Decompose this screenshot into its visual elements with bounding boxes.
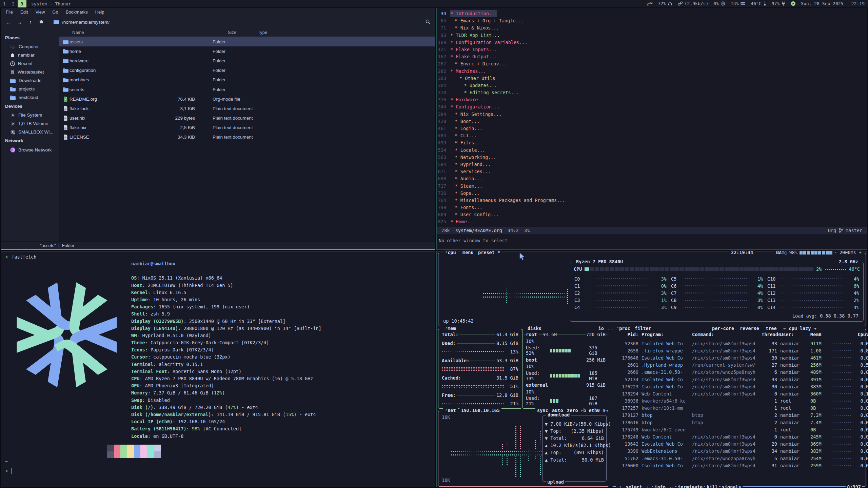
file-row-machines[interactable]: machinesFolder [59, 75, 435, 85]
sidebar-item-wastebasket[interactable]: Wastebasket [1, 68, 59, 76]
org-heading-line[interactable]: 303* Other Utils [437, 75, 867, 82]
org-heading-line[interactable]: 162* Flake Output... [437, 53, 867, 60]
sidebar-item-recent[interactable]: Recent [1, 59, 59, 68]
file-row-license[interactable]: LICENSE34,3 KiBPlain text document [59, 133, 435, 142]
org-heading-line[interactable]: 484* CLI... [437, 132, 867, 139]
proc-row-176646[interactable]: 176646Isolated Web Co/nix/store/sm8fmrf3… [614, 354, 864, 361]
org-heading-line[interactable]: 563* Networking... [437, 154, 867, 161]
menu-view[interactable]: View [35, 9, 45, 15]
workspace-3[interactable]: 3 [18, 0, 26, 7]
org-heading-line[interactable]: 310* Editing secrets... [437, 89, 867, 96]
org-heading-line[interactable]: 534* Locale... [437, 147, 867, 154]
workspace-1[interactable]: 1 [0, 0, 9, 7]
org-heading-line[interactable]: 764* Miscellaneous Packages and Programs… [437, 197, 867, 204]
prompt-line-2[interactable]: › [5, 468, 15, 474]
filter-tab[interactable]: filter [633, 326, 653, 331]
menu-tab[interactable]: menu [461, 250, 475, 255]
file-row-assets[interactable]: assetsFolder [59, 37, 435, 46]
org-heading-line[interactable]: 698* Audio... [437, 175, 867, 182]
menu-file[interactable]: File [6, 9, 13, 15]
back-button[interactable]: ← [5, 19, 13, 25]
org-heading-line[interactable]: 282* Machines... [437, 68, 867, 75]
proc-tab[interactable]: ⁴proc [615, 326, 632, 331]
menu-help[interactable]: Help [95, 9, 104, 15]
update-interval[interactable]: - 2000ms + [833, 250, 863, 255]
column-type[interactable]: Type [240, 30, 435, 35]
preset-tab[interactable]: preset * [476, 250, 502, 255]
file-row-user-nix[interactable]: user.nix229 bytesPlain text document [59, 114, 435, 123]
proc-row-175749[interactable]: 175749kworker/6:2-even1root0B0.0 [614, 426, 864, 433]
proc-row-52134[interactable]: 52134Isolated Web Co/nix/store/sm8fmrf3w… [614, 376, 864, 383]
sidebar-item-computer[interactable]: Computer [1, 42, 59, 51]
sidebar-item-nambiar[interactable]: nambiar [1, 51, 59, 59]
io-tab[interactable]: io [597, 326, 606, 331]
proc-row-178294[interactable]: 178294Web Content/nix/store/sm8fmrf3wps4… [614, 390, 864, 397]
file-row-readme-org[interactable]: README.org76,4 KiBOrg-mode file [59, 94, 435, 104]
org-heading-line[interactable]: 65* Emacs + Org + Tangle... [437, 17, 867, 24]
sidebar-item-projects[interactable]: projects [1, 85, 59, 93]
menu-edit[interactable]: Edit [20, 9, 28, 15]
sidebar-item-1-0-tb-volume[interactable]: 1,0 TB Volume [1, 119, 59, 128]
proc-row-2660[interactable]: 2660.emacs-31.0.50-/nix/store/wnqz5pa8ra… [614, 369, 864, 376]
org-heading-line[interactable]: 809* User Config... [437, 211, 867, 218]
org-heading-line[interactable]: 825* Home... [437, 218, 867, 225]
column-name[interactable]: Name [59, 30, 196, 35]
path-field[interactable]: /home/nambiar/system/ [48, 19, 422, 25]
mem-tab[interactable]: ²mem [443, 326, 458, 331]
disks-tab[interactable]: disks [526, 326, 543, 331]
org-heading-line[interactable]: 304* Updates... [437, 82, 867, 89]
proc-row-177257[interactable]: 177257kworker/10:1-mm_1root0B0.0 [614, 405, 864, 412]
proc-row-51762[interactable]: 51762.emacs-31.0.50-/nix/store/wnqz5pa8r… [614, 455, 864, 462]
reverse-tab[interactable]: reverse [738, 326, 761, 331]
org-heading-line[interactable]: 34* Introduction... [437, 10, 867, 17]
org-heading-line[interactable]: 461* Login... [437, 125, 867, 132]
tree-tab[interactable]: tree [764, 326, 778, 331]
sort-mode-tab[interactable]: ← cpu lazy → [782, 326, 818, 331]
cpu-tab[interactable]: ¹cpu [443, 250, 458, 255]
org-heading-line[interactable]: 584* Hyprland... [437, 161, 867, 168]
proc-row-52368[interactable]: 52368Isolated Web Co/nix/store/sm8fmrf3w… [614, 340, 864, 347]
file-row-configuration[interactable]: configurationFolder [59, 66, 435, 75]
home-button[interactable] [38, 19, 45, 25]
terminal-window[interactable]: › fastfetch λλλλλλ nambiar@smallbox-----… [1, 251, 435, 487]
org-heading-line[interactable]: 428* Boot... [437, 118, 867, 125]
net-iface-tab[interactable]: ←b eth0 n→ [579, 408, 610, 413]
file-row-flake-nix[interactable]: flake.nix2,5 KiBPlain text document [59, 123, 435, 133]
org-heading-line[interactable]: 384* Nix Settings... [437, 111, 867, 118]
proc-row-3390[interactable]: 3390WebExtensions/nix/store/sm8fmrf3wps4… [614, 448, 864, 455]
sidebar-item-smallbox-wi-[interactable]: SMALLBOX Wi... [1, 128, 59, 136]
org-heading-line[interactable]: 499* Files... [437, 139, 867, 146]
menu-bookmarks[interactable]: Bookmarks [66, 9, 88, 15]
proc-row-13642[interactable]: 13642Isolated Web Co/nix/store/sm8fmrf3w… [614, 441, 864, 448]
sort-arrow[interactable]: ↑ [860, 331, 863, 337]
org-heading-line[interactable]: 71* Nix & Nixos... [437, 24, 867, 32]
proc-row-2601[interactable]: 2601.Hyprland-wrapp/run/current-system/s… [614, 362, 864, 369]
org-heading-line[interactable]: 267* Envrc + Direnv... [437, 60, 867, 67]
proc-row-176000[interactable]: 176000Isolated Web Co/nix/store/sm8fmrf3… [614, 462, 864, 469]
proc-row-179127[interactable]: 179127btopbtop2nambiar7.3M0.0 [614, 412, 864, 419]
workspace-2[interactable]: 2 [9, 0, 18, 7]
org-heading-line[interactable]: 671* Services... [437, 168, 867, 175]
up-button[interactable]: ↑ [27, 19, 34, 25]
proc-row-2658[interactable]: 2658.firefox-wrappe/nix/store/sm8fmrf3wp… [614, 347, 864, 354]
proc-row-176223[interactable]: 176223Isolated Web Co/nix/store/sm8fmrf3… [614, 383, 864, 390]
menu-go[interactable]: Go [52, 9, 58, 15]
search-icon[interactable] [425, 19, 431, 25]
org-heading-line[interactable]: 344* Configuration... [437, 103, 867, 110]
column-size[interactable]: Size [196, 30, 236, 35]
org-heading-line[interactable]: 121* Flake Inputs... [437, 46, 867, 53]
sidebar-item-file-system[interactable]: File System [1, 111, 59, 119]
forward-button[interactable]: → [16, 19, 23, 25]
org-heading-line[interactable]: 109* Configuration Variables... [437, 39, 867, 46]
per-core-tab[interactable]: per-core [710, 326, 736, 331]
sidebar-item-browse-network[interactable]: Browse Network [1, 145, 59, 154]
file-row-flake-lock[interactable]: flake.lock3,1 KiBPlain text document [59, 104, 435, 113]
org-heading-line[interactable]: 799* Fonts... [437, 204, 867, 211]
proc-row-178248[interactable]: 178248Web Content/nix/store/sm8fmrf3wps4… [614, 433, 864, 440]
proc-row-178616[interactable]: 178616btopbtop2nambiar7.4M0.0 [614, 419, 864, 426]
net-tab[interactable]: ³net [443, 408, 458, 413]
org-heading-line[interactable]: 93* TLDR App List... [437, 32, 867, 39]
file-row-home[interactable]: homeFolder [59, 46, 435, 56]
org-heading-line[interactable]: 316* Hardware... [437, 96, 867, 103]
sidebar-item-nextcloud[interactable]: nextcloud [1, 93, 59, 102]
